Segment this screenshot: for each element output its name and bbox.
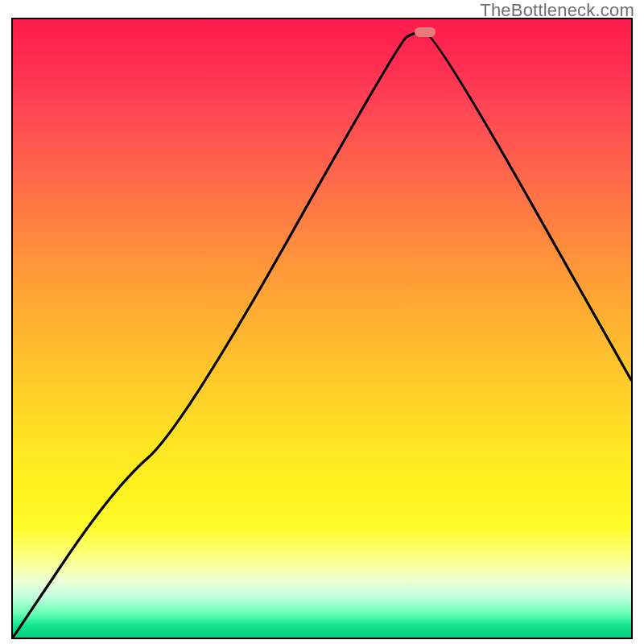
optimal-marker xyxy=(415,27,436,37)
bottleneck-curve xyxy=(13,19,631,638)
chart-frame xyxy=(11,18,633,639)
